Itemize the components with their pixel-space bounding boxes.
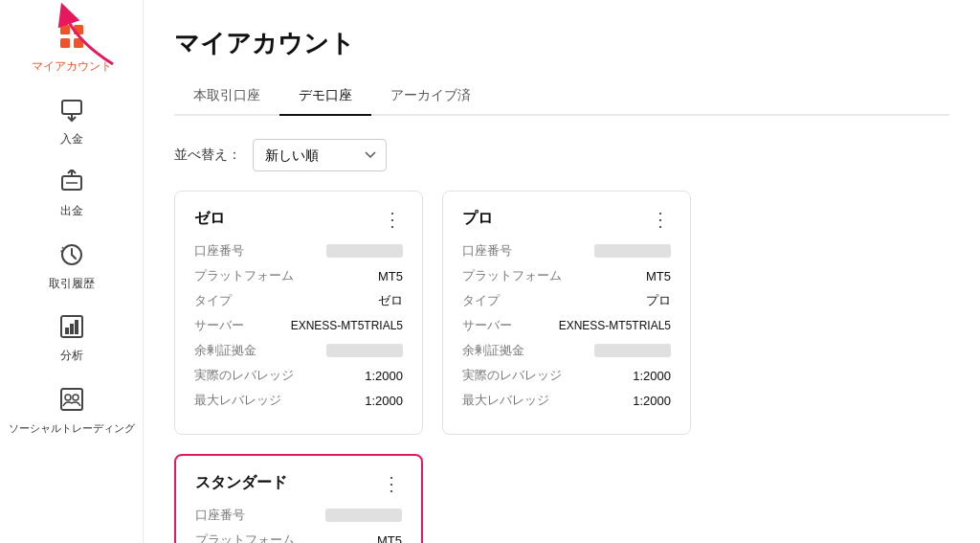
withdraw-icon (59, 170, 84, 200)
sort-label: 並べ替え： (174, 147, 241, 164)
sidebar-item-withdraw[interactable]: 出金 (0, 158, 143, 231)
svg-rect-3 (74, 38, 83, 48)
my-account-icon (58, 23, 85, 56)
main-content: マイアカウント 本取引口座 デモ口座 アーカイブ済 並べ替え： 新しい順 古い順… (144, 0, 980, 543)
account-number-blurred (325, 509, 402, 522)
analysis-icon (59, 314, 84, 345)
card-pro-row-account: 口座番号 (462, 242, 671, 260)
card-zero-row-margin: 余剰証拠金 (194, 342, 403, 359)
svg-rect-0 (60, 25, 70, 34)
card-zero-row-account: 口座番号 (194, 242, 403, 260)
card-pro-row-type: タイプ プロ (462, 292, 671, 309)
card-standard-row-account: 口座番号 (195, 507, 402, 524)
card-zero-menu[interactable]: ⋮ (383, 210, 403, 229)
cards-grid: ゼロ ⋮ 口座番号 プラットフォーム MT5 タイプ ゼロ サーバー EXNES… (174, 191, 949, 543)
card-zero: ゼロ ⋮ 口座番号 プラットフォーム MT5 タイプ ゼロ サーバー EXNES… (174, 191, 423, 435)
sidebar-item-label: 取引履歴 (49, 277, 95, 292)
account-number-blurred (594, 244, 671, 258)
tabs-bar: 本取引口座 デモ口座 アーカイブ済 (174, 78, 949, 116)
sort-select[interactable]: 新しい順 古い順 残高順 (253, 139, 387, 171)
margin-blurred (594, 344, 671, 357)
svg-rect-8 (65, 328, 69, 334)
card-standard-menu[interactable]: ⋮ (382, 474, 402, 493)
deposit-icon (59, 98, 84, 128)
svg-rect-9 (70, 324, 74, 334)
card-pro-row-platform: プラットフォーム MT5 (462, 267, 671, 284)
card-zero-header: ゼロ ⋮ (194, 209, 403, 229)
card-pro-row-server: サーバー EXNESS-MT5TRIAL5 (462, 317, 671, 334)
card-pro-menu[interactable]: ⋮ (651, 210, 671, 229)
card-pro: プロ ⋮ 口座番号 プラットフォーム MT5 タイプ プロ サーバー EXNES… (442, 191, 691, 435)
card-pro-row-leverage-max: 最大レバレッジ 1:2000 (462, 392, 671, 409)
sort-row: 並べ替え： 新しい順 古い順 残高順 (174, 139, 949, 171)
tab-real[interactable]: 本取引口座 (174, 78, 279, 116)
sidebar-item-label: 出金 (60, 204, 83, 219)
card-zero-title: ゼロ (194, 209, 225, 229)
card-zero-row-server: サーバー EXNESS-MT5TRIAL5 (194, 317, 403, 334)
card-zero-row-leverage-actual: 実際のレバレッジ 1:2000 (194, 367, 403, 384)
card-standard-title: スタンダード (195, 473, 287, 493)
sidebar-item-history[interactable]: 取引履歴 (0, 231, 143, 304)
card-standard-row-platform: プラットフォーム MT5 (195, 532, 402, 543)
sidebar-item-label: マイアカウント (32, 59, 112, 75)
sidebar-item-social[interactable]: ソーシャルトレーディング (0, 375, 143, 446)
card-standard-header: スタンダード ⋮ (195, 473, 402, 493)
margin-blurred (326, 344, 403, 357)
svg-rect-1 (74, 25, 83, 34)
sidebar-item-my-account[interactable]: マイアカウント (0, 11, 143, 86)
tab-archive[interactable]: アーカイブ済 (371, 78, 490, 116)
card-pro-title: プロ (462, 209, 493, 229)
card-pro-header: プロ ⋮ (462, 209, 671, 229)
sidebar-item-label: 入金 (60, 132, 83, 147)
sidebar: マイアカウント 入金 出金 (0, 0, 144, 543)
account-number-blurred (326, 244, 403, 258)
svg-point-13 (73, 395, 78, 400)
history-icon (59, 242, 84, 273)
svg-rect-10 (75, 320, 78, 334)
sidebar-item-label: 分析 (60, 349, 83, 364)
svg-rect-4 (62, 101, 81, 114)
svg-rect-2 (60, 38, 70, 48)
svg-point-12 (65, 395, 71, 400)
card-pro-row-margin: 余剰証拠金 (462, 342, 671, 359)
page-title: マイアカウント (174, 27, 949, 60)
social-icon (59, 387, 84, 418)
card-zero-row-platform: プラットフォーム MT5 (194, 267, 403, 284)
sidebar-item-analysis[interactable]: 分析 (0, 303, 143, 375)
svg-rect-11 (61, 389, 82, 410)
sidebar-item-deposit[interactable]: 入金 (0, 86, 143, 159)
card-standard: スタンダード ⋮ 口座番号 プラットフォーム MT5 タイプ スタンダード サー… (174, 454, 423, 543)
card-pro-row-leverage-actual: 実際のレバレッジ 1:2000 (462, 367, 671, 384)
card-zero-row-leverage-max: 最大レバレッジ 1:2000 (194, 392, 403, 409)
sidebar-item-label: ソーシャルトレーディング (9, 421, 135, 435)
tab-demo[interactable]: デモ口座 (279, 78, 371, 116)
card-zero-row-type: タイプ ゼロ (194, 292, 403, 309)
